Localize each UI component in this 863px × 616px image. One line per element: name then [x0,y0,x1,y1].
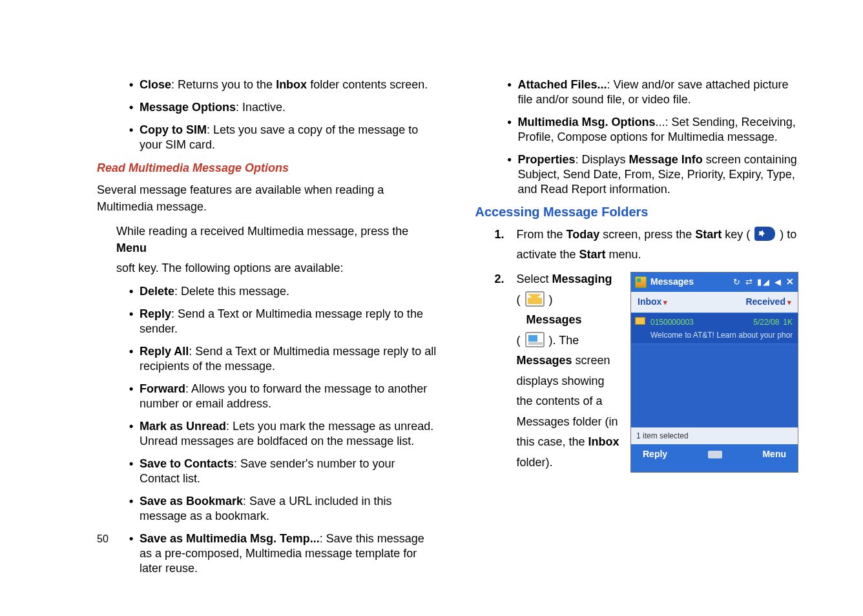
t: ( [517,334,524,347]
bullet-reply: Reply: Send a Text or Multimedia message… [129,307,437,336]
bullet-copy-to-sim: Copy to SIM: Lets you save a copy of the… [129,123,437,152]
term: Multimedia Msg. Options [518,116,656,128]
bullet-mms-options: Multimedia Msg. Options...: Set Sending,… [508,115,798,145]
t: screen, press the [599,228,695,241]
para-intro: Several message features are available w… [97,181,437,215]
term: Save as Bookmark [140,495,243,508]
term: Copy to SIM [140,123,207,136]
term: Reply All [140,345,189,358]
phone-subbar: Inbox Received [631,292,798,313]
term: Close [140,78,171,91]
bullet-save-bookmark: Save as Bookmark: Save a URL included in… [129,494,437,524]
bullet-delete: Delete: Delete this message. [129,284,437,299]
right-column: Attached Files...: View and/or save atta… [475,77,798,584]
phone-statusbar: 1 item selected [631,427,798,444]
status-icons: ↻ ⇄ ▮◢ ◀ [733,275,782,289]
t: screen displays showing the contents of … [517,354,618,448]
row-right: 5/22/081K [753,316,793,329]
softkey-reply[interactable]: Reply [643,447,667,462]
phone-titlebar: Messages ↻ ⇄ ▮◢ ◀ ✕ [631,272,798,292]
term: Save to Contacts [140,457,234,470]
desc-after: folder contents screen. [307,78,428,91]
messages-icon [525,332,545,347]
phone-softkeys: Reply Menu [631,444,798,465]
phone-screenshot: Messages ↻ ⇄ ▮◢ ◀ ✕ Inbox Received 01500… [630,272,798,473]
softkey-menu[interactable]: Menu [762,447,786,462]
term: Delete [140,285,174,298]
menu-bold: Menu [116,241,147,254]
row-size: 1K [783,318,793,327]
term: Mark as Unread [140,420,226,433]
page-number: 50 [97,533,109,545]
inbox-bold: Inbox [588,435,619,448]
para-menu-2: soft key. The following options are avai… [97,260,437,276]
term: Reply [140,307,171,320]
step-2-wrap: Select Messaging ( ) Messages ( ). The M… [517,269,798,473]
step-2: 2. Select Messaging ( ) Messages ( ). Th… [495,269,798,473]
message-row[interactable]: 0150000003 5/22/081K Welcome to AT&T! Le… [631,313,798,344]
inline-bold: Message Info [629,153,703,166]
read-mms-options-heading: Read Multimedia Message Options [97,161,437,175]
bullet-attached-files: Attached Files...: View and/or save atta… [508,77,798,107]
left-main-bullets: Delete: Delete this message. Reply: Send… [97,284,437,577]
bullet-forward: Forward: Allows you to forward the messa… [129,382,437,411]
bullet-save-mms-temp: Save as Multimedia Msg. Temp...: Save th… [129,531,437,576]
steps-list: 1. From the Today screen, press the Star… [475,225,798,473]
row-date: 5/22/08 [753,318,779,327]
row-sender: 0150000003 [650,316,694,329]
row-line-1: 0150000003 5/22/081K [650,316,793,329]
term: Save as Multimedia Msg. Temp... [140,532,320,545]
t: folder). [517,456,553,469]
term: Message Options [140,101,236,114]
bullet-properties: Properties: Displays Message Info screen… [508,152,798,197]
row-preview: Welcome to AT&T! Learn about your phon..… [650,329,793,342]
keyboard-icon[interactable] [708,451,722,458]
t: ). The [546,334,579,347]
inline-bold: Inbox [276,78,307,91]
page: Close: Returns you to the Inbox folder c… [0,0,863,610]
start-bold: Start [695,228,722,241]
t: Select [517,272,552,285]
desc: : Delete this message. [174,285,289,298]
desc: : Inactive. [236,101,286,114]
para-menu-1: While reading a received Multimedia mess… [97,223,437,256]
start-key-icon [754,227,775,241]
step-1: 1. From the Today screen, press the Star… [495,225,798,264]
bullet-close: Close: Returns you to the Inbox folder c… [129,77,437,92]
text: While reading a received Multimedia mess… [116,225,408,238]
accessing-folders-heading: Accessing Message Folders [475,205,798,220]
t: menu. [606,248,641,261]
right-top-bullets: Attached Files...: View and/or save atta… [475,77,798,197]
t: ( [517,293,524,306]
desc-pre: : Displays [576,153,629,166]
messaging-icon [525,291,545,307]
received-dropdown[interactable]: Received [745,294,791,310]
inbox-dropdown[interactable]: Inbox [638,294,667,310]
step-number: 1. [495,225,504,245]
bullet-save-contacts: Save to Contacts: Save sender's number t… [129,457,437,486]
start-bold-2: Start [579,248,606,261]
step-2-text: Select Messaging ( ) Messages ( ). The M… [517,269,620,473]
t: key ( [722,228,753,241]
today-bold: Today [567,228,600,241]
app-icon [635,276,647,288]
messages-bold-2: Messages [517,354,572,367]
messaging-bold: Messaging [552,272,612,285]
bullet-mark-unread: Mark as Unread: Lets you mark the messag… [129,419,437,449]
close-icon[interactable]: ✕ [786,274,794,290]
messages-bold: Messages [526,313,582,326]
bullet-reply-all: Reply All: Send a Text or Multimedia mes… [129,344,437,374]
term: Properties [518,153,576,166]
t: From the [517,228,567,241]
step-number: 2. [495,269,504,289]
bullet-message-options: Message Options: Inactive. [129,100,437,115]
desc: : Returns you to the [171,78,276,91]
t: ) [546,293,553,306]
desc: : Send a Text or Multimedia message repl… [140,307,423,335]
phone-title: Messages [650,274,694,290]
left-column: Close: Returns you to the Inbox folder c… [97,77,437,584]
phone-body-empty [631,344,798,427]
left-top-bullets: Close: Returns you to the Inbox folder c… [97,77,437,152]
term: Forward [140,382,185,395]
envelope-icon [635,317,645,325]
